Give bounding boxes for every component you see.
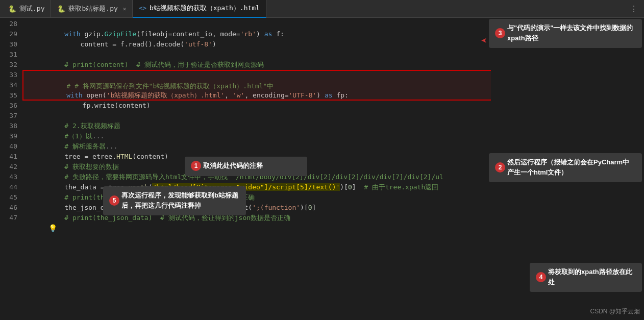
tab-bar: 🐍 测试.py 🐍 获取b站标题.py ✕ <> b站视频标题的获取（xpath… [0,0,644,18]
html-icon: <> [139,5,146,12]
code-line-47: 💡 [21,213,644,223]
code-line-40: tree = etree.HTML(content) [21,141,644,152]
code-line-38: #（1）以... [21,121,644,131]
line-numbers: 28 29 30 31 32 33 34 35 36 37 38 39 40 4… [0,18,21,320]
annotation-4: 4 将获取到的xpath路径放在此处 [530,263,642,292]
code-line-46: # print(the_json_data) # 测试代码，验证得到的json数… [21,203,644,213]
tab-label-1: 测试.py [19,4,44,13]
code-line-41: # 获取想要的数据 [21,152,644,162]
code-line-36 [21,101,644,111]
code-line-32 [21,60,644,70]
python-icon-2: 🐍 [57,5,65,13]
arrow-3: ➤ [481,34,487,46]
tab-label-3: b站视频标题的获取（xpath）.html [150,4,260,13]
close-icon-2[interactable]: ✕ [123,6,127,12]
tab-menu-button[interactable]: ⋮ [626,4,642,14]
code-line-29: content = f.read().decode('utf-8') [21,29,644,39]
code-line-39: # 解析服务器... [21,131,644,141]
editor: 28 29 30 31 32 33 34 35 36 37 38 39 40 4… [0,18,644,320]
code-line-42: # 失败路径，需要将网页源码导入html文件中，手动找 /html/body/d… [21,162,644,172]
code-line-30 [21,39,644,50]
tab-get-title-py[interactable]: 🐍 获取b站标题.py ✕ [51,0,133,18]
code-line-45: the_json_data = the_data.split('__=')[1]… [21,192,644,203]
code-line-28: with gzip.GzipFile(fileobj=content_io, m… [21,19,644,29]
code-line-35: fp.write(content) [22,90,491,101]
python-icon-1: 🐍 [8,5,16,13]
code-line-43: the_data = tree.xpath(/html/head[@itempr… [21,172,644,182]
watermark: CSDN @知乎云烟 [590,307,640,316]
tab-html[interactable]: <> b站视频标题的获取（xpath）.html [133,0,266,18]
code-line-37: # 2.获取视频标题 [21,111,644,121]
tab-label-2: 获取b站标题.py [68,4,117,13]
code-area: with gzip.GzipFile(fileobj=content_io, m… [21,18,644,320]
code-line-34: with open('b站视频标题的获取（xpath）.html', 'w', … [22,80,491,90]
code-line-33: # # 将网页源码保存到文件"b站视频标题的获取（xpath）.html"中 [22,70,491,80]
code-line-44: # print(the_data) # 测试代码，验证xpath路径是否正确 [21,182,644,192]
code-line-31: # print(content) # 测试代码，用于验证是否获取到网页源码 [21,50,644,60]
tab-test-py[interactable]: 🐍 测试.py [2,0,51,18]
